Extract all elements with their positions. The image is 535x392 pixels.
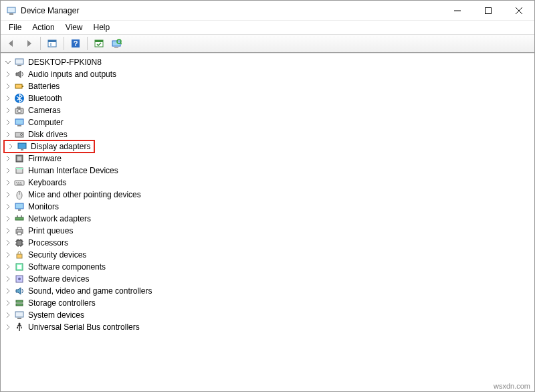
toolbar-showhide-button[interactable] — [44, 35, 60, 52]
expand-icon[interactable] — [3, 166, 13, 175]
svg-rect-17 — [15, 59, 23, 64]
tree-category[interactable]: Software devices — [3, 273, 534, 285]
tree-category-label: Software devices — [26, 274, 91, 284]
expand-icon[interactable] — [3, 226, 13, 235]
tree-root[interactable]: DESKTOP-FPKI0N8 — [3, 56, 534, 68]
tree-category[interactable]: Network adapters — [3, 213, 534, 225]
window-controls — [442, 1, 534, 21]
close-button[interactable] — [504, 1, 534, 21]
svg-rect-39 — [17, 184, 22, 185]
tree-category-label: System devices — [26, 310, 86, 320]
tree-category[interactable]: Audio inputs and outputs — [3, 68, 534, 80]
toolbar-help-button[interactable]: ? — [68, 35, 84, 52]
monitor-icon — [14, 201, 25, 212]
minimize-button[interactable] — [442, 1, 473, 21]
disk-icon — [14, 129, 25, 140]
svg-rect-24 — [17, 107, 20, 108]
menubar: File Action View Help — [1, 21, 534, 34]
maximize-button[interactable] — [473, 1, 504, 21]
tree-category-label: Network adapters — [26, 213, 93, 224]
expand-icon[interactable] — [3, 118, 13, 127]
expand-icon[interactable] — [3, 94, 13, 103]
toolbar-forward-button[interactable] — [21, 35, 37, 52]
tree-category-label: Monitors — [26, 201, 61, 212]
svg-rect-0 — [7, 7, 15, 13]
expand-icon[interactable] — [3, 250, 13, 260]
tree-category[interactable]: Computer — [3, 116, 534, 128]
tree-category[interactable]: System devices — [3, 309, 534, 321]
tree-category[interactable]: Mice and other pointing devices — [3, 189, 534, 201]
expand-icon[interactable] — [3, 322, 13, 332]
tree-category[interactable]: Print queues — [3, 225, 534, 237]
tree-category[interactable]: Keyboards — [3, 177, 534, 189]
tree-category-label: Cameras — [26, 105, 63, 116]
svg-rect-29 — [18, 143, 26, 149]
svg-rect-67 — [17, 318, 21, 319]
expand-icon[interactable] — [3, 190, 13, 199]
expand-icon[interactable] — [3, 310, 13, 320]
svg-rect-30 — [21, 149, 23, 151]
expand-icon[interactable] — [3, 130, 13, 139]
svg-rect-1 — [9, 13, 13, 15]
tree-category[interactable]: Monitors — [3, 201, 534, 213]
expand-icon[interactable] — [3, 262, 13, 272]
toolbar-back-button[interactable] — [3, 35, 19, 52]
tree-category[interactable]: Security devices — [3, 249, 534, 261]
menu-help[interactable]: Help — [88, 21, 116, 33]
printer-icon — [14, 225, 25, 236]
tree-category-label: Human Interface Devices — [26, 165, 120, 176]
tree-category-label: Keyboards — [26, 177, 68, 188]
tree-category[interactable]: Universal Serial Bus controllers — [3, 321, 534, 333]
tree-category[interactable]: Disk drives — [3, 128, 534, 140]
menu-action[interactable]: Action — [27, 21, 60, 33]
firmware-icon — [14, 153, 25, 164]
expand-icon[interactable] — [3, 106, 13, 115]
collapse-icon[interactable] — [3, 58, 13, 67]
tree-category-label: Mice and other pointing devices — [26, 189, 143, 200]
svg-rect-14 — [114, 47, 118, 47]
svg-rect-7 — [48, 40, 56, 42]
tree-category[interactable]: Firmware — [3, 153, 534, 165]
tree-category-label: Universal Serial Bus controllers — [26, 322, 142, 332]
tree-category[interactable]: Human Interface Devices — [3, 165, 534, 177]
battery-icon — [14, 81, 25, 92]
expand-icon[interactable] — [3, 154, 13, 163]
svg-rect-66 — [15, 312, 23, 317]
tree-category[interactable]: Display adapters — [3, 140, 534, 153]
tree-category[interactable]: Sound, video and game controllers — [3, 285, 534, 297]
expand-icon[interactable] — [3, 70, 13, 79]
tree-category[interactable]: Bluetooth — [3, 92, 534, 104]
tree-category-label: Sound, video and game controllers — [26, 286, 154, 296]
expand-icon[interactable] — [3, 238, 13, 248]
tree-category-label: Computer — [26, 117, 66, 128]
svg-text:?: ? — [74, 39, 78, 47]
menu-file[interactable]: File — [3, 21, 27, 33]
tree-category-label: Security devices — [26, 250, 88, 260]
tree-category[interactable]: Processors — [3, 237, 534, 249]
expand-icon[interactable] — [3, 82, 13, 91]
expand-icon[interactable] — [6, 142, 15, 151]
svg-rect-3 — [486, 7, 492, 13]
software-comp-icon — [14, 262, 25, 272]
device-tree[interactable]: DESKTOP-FPKI0N8 Audio inputs and outputs… — [1, 53, 534, 379]
menu-view[interactable]: View — [60, 21, 88, 33]
tree-category[interactable]: Cameras — [3, 104, 534, 116]
expand-icon[interactable] — [3, 202, 13, 211]
toolbar-separator — [40, 37, 41, 50]
expand-icon[interactable] — [3, 286, 13, 296]
computer-root-icon — [14, 57, 25, 68]
tree-category[interactable]: Storage controllers — [3, 297, 534, 309]
expand-icon[interactable] — [3, 214, 13, 223]
expand-icon[interactable] — [3, 274, 13, 284]
tree-category[interactable]: Software components — [3, 261, 534, 273]
toolbar-properties-button[interactable] — [91, 35, 107, 52]
expand-icon[interactable] — [3, 298, 13, 308]
svg-rect-64 — [16, 300, 23, 302]
svg-point-28 — [21, 134, 23, 136]
expand-icon[interactable] — [3, 178, 13, 187]
tree-category[interactable]: Batteries — [3, 80, 534, 92]
tree-category-label: Batteries — [26, 81, 62, 92]
svg-rect-65 — [16, 304, 23, 306]
titlebar: Device Manager — [1, 1, 534, 21]
toolbar-scan-button[interactable] — [108, 35, 124, 52]
